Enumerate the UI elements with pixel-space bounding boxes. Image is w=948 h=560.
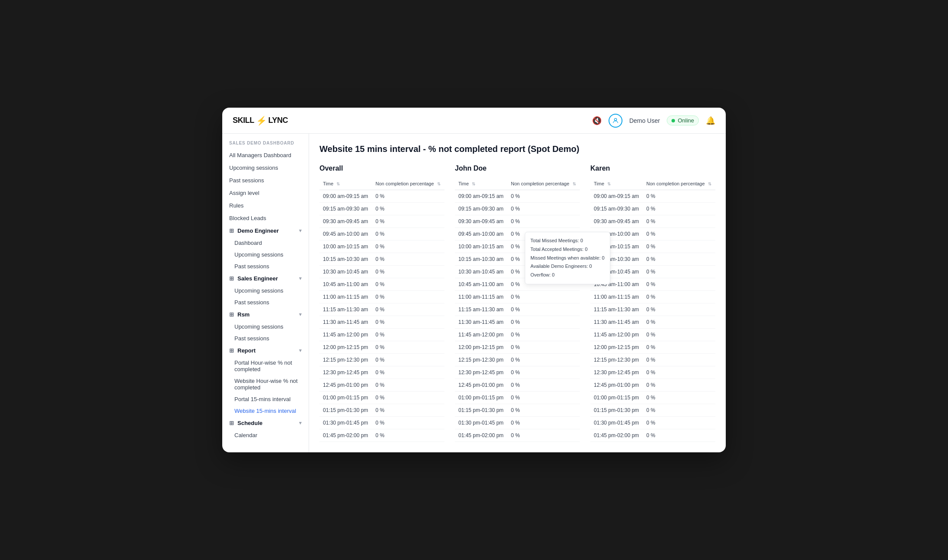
time-cell: 12:30 pm-12:45 pm: [455, 366, 507, 379]
sidebar-item-label: Sales Engineer: [237, 275, 278, 282]
table-row: 09:15 am-09:30 am0 %: [455, 203, 580, 215]
time-cell: 11:00 am-11:15 am: [590, 291, 643, 303]
time-cell: 01:30 pm-01:45 pm: [455, 417, 507, 429]
sidebar-item-rsm-past[interactable]: Past sessions: [222, 333, 309, 344]
overall-time-header[interactable]: Time ⇅: [319, 178, 372, 190]
sidebar-item-de-past[interactable]: Past sessions: [222, 260, 309, 272]
karen-time-header[interactable]: Time ⇅: [590, 178, 643, 190]
pct-cell: 0 %: [372, 417, 444, 429]
sidebar-item-se-upcoming[interactable]: Upcoming sessions: [222, 285, 309, 296]
time-cell: 12:30 pm-12:45 pm: [319, 366, 372, 379]
sidebar-item-report[interactable]: ⊞ Report ▾: [222, 344, 309, 357]
user-avatar[interactable]: [609, 114, 622, 128]
table-row: 12:45 pm-01:00 pm0 %: [455, 379, 580, 392]
layers-icon: ⊞: [229, 420, 234, 426]
table-row: 11:15 am-11:30 am0 %: [455, 303, 580, 316]
time-cell: 12:15 pm-12:30 pm: [319, 354, 372, 366]
pct-cell: 0 %: [372, 404, 444, 417]
logo-icon: ⚡: [256, 115, 267, 126]
sidebar-item-past-sessions[interactable]: Past sessions: [222, 174, 309, 187]
pct-cell: 0 %: [507, 392, 580, 404]
table-row: 12:00 pm-12:15 pm0 %: [319, 341, 444, 354]
layers-icon: ⊞: [229, 227, 234, 234]
time-cell: 12:00 pm-12:15 pm: [319, 341, 372, 354]
jd-time-header[interactable]: Time ⇅: [455, 178, 507, 190]
pct-cell: 0 %: [372, 329, 444, 341]
karen-section: Karen Time ⇅ Non completion percentage: [590, 165, 715, 442]
sidebar-item-calendar[interactable]: Calendar: [222, 429, 309, 441]
pct-cell: 0 %: [643, 429, 715, 442]
sidebar-item-label: Report: [237, 347, 256, 354]
karen-title: Karen: [590, 165, 715, 172]
pct-cell: 0 %: [507, 366, 580, 379]
sidebar-item-blocked-leads[interactable]: Blocked Leads: [222, 212, 309, 224]
table-row: 09:45 am-10:00 am0 %: [319, 228, 444, 240]
online-dot: [672, 119, 675, 122]
time-cell: 09:30 am-09:45 am: [590, 215, 643, 228]
pct-cell: 0 %: [507, 303, 580, 316]
speaker-icon[interactable]: 🔇: [592, 116, 602, 125]
time-cell: 11:30 am-11:45 am: [455, 316, 507, 329]
pct-cell: 0 %: [372, 303, 444, 316]
pct-cell: 0 %: [372, 366, 444, 379]
table-row: 11:00 am-11:15 am0 %: [455, 291, 580, 303]
pct-cell: 0 %: [643, 253, 715, 266]
time-cell: 10:30 am-10:45 am: [455, 266, 507, 278]
sidebar-item-label: Rsm: [237, 311, 250, 318]
time-cell: 10:15 am-10:30 am: [319, 253, 372, 266]
pct-cell: 0 %: [372, 341, 444, 354]
table-row: 10:00 am-10:15 am 0 % Total Missed Meeti…: [455, 240, 580, 253]
time-cell: 11:30 am-11:45 am: [319, 316, 372, 329]
pct-cell: 0 %: [643, 303, 715, 316]
sidebar-item-label: Past sessions: [229, 177, 264, 184]
sidebar-item-all-managers[interactable]: All Managers Dashboard: [222, 149, 309, 161]
overall-noncompletion-header[interactable]: Non completion percentage ⇅: [372, 178, 444, 190]
bell-icon[interactable]: 🔔: [706, 116, 715, 125]
sidebar-item-assign-level[interactable]: Assign level: [222, 187, 309, 199]
pct-cell: 0 %: [507, 429, 580, 442]
pct-cell: 0 %: [643, 266, 715, 278]
table-row: 01:15 pm-01:30 pm0 %: [455, 404, 580, 417]
time-cell: 12:45 pm-01:00 pm: [455, 379, 507, 392]
time-cell: 11:45 am-12:00 pm: [590, 329, 643, 341]
sidebar-item-upcoming-sessions[interactable]: Upcoming sessions: [222, 161, 309, 174]
table-row: 11:30 am-11:45 am0 %: [590, 316, 715, 329]
sidebar-item-portal-hourwise[interactable]: Portal Hour-wise % not completed: [222, 357, 309, 375]
chevron-down-icon: ▾: [299, 276, 302, 281]
jd-noncompletion-header[interactable]: Non completion percentage ⇅: [507, 178, 580, 190]
sidebar-item-demo-engineer[interactable]: ⊞ Demo Engineer ▾: [222, 224, 309, 237]
pct-cell: 0 %: [372, 228, 444, 240]
sidebar-item-website-hourwise[interactable]: Website Hour-wise % not completed: [222, 375, 309, 393]
john-doe-table: Time ⇅ Non completion percentage ⇅ 09:00…: [455, 178, 580, 442]
sidebar-item-se-past[interactable]: Past sessions: [222, 296, 309, 308]
table-row: 01:00 pm-01:15 pm0 %: [455, 392, 580, 404]
sidebar-item-rsm[interactable]: ⊞ Rsm ▾: [222, 308, 309, 321]
sidebar-item-de-upcoming[interactable]: Upcoming sessions: [222, 249, 309, 260]
table-row: 09:30 am-09:45 am0 %: [319, 215, 444, 228]
time-cell: 09:45 am-10:00 am: [319, 228, 372, 240]
table-row: 12:30 pm-12:45 pm0 %: [455, 366, 580, 379]
sidebar-item-portal-15min[interactable]: Portal 15-mins interval: [222, 393, 309, 405]
tooltip-line: Missed Meetings when available: 0: [530, 254, 605, 263]
pct-cell: 0 %: [643, 240, 715, 253]
sidebar-item-de-dashboard[interactable]: Dashboard: [222, 237, 309, 249]
sidebar-item-rsm-upcoming[interactable]: Upcoming sessions: [222, 321, 309, 333]
time-cell: 10:15 am-10:30 am: [455, 253, 507, 266]
table-row: 11:00 am-11:15 am0 %: [319, 291, 444, 303]
pct-cell: 0 %: [372, 215, 444, 228]
time-cell: 12:00 pm-12:15 pm: [455, 341, 507, 354]
time-cell: 10:30 am-10:45 am: [319, 266, 372, 278]
app-container: SKILL ⚡ LYNC 🔇 Demo User Online 🔔 SALES …: [222, 108, 726, 452]
time-cell: 09:15 am-09:30 am: [455, 203, 507, 215]
sidebar-item-schedule[interactable]: ⊞ Schedule ▾: [222, 417, 309, 429]
online-badge: Online: [667, 115, 699, 125]
karen-noncompletion-header[interactable]: Non completion percentage ⇅: [643, 178, 715, 190]
sidebar-item-rules[interactable]: Rules: [222, 199, 309, 212]
table-row: 09:30 am-09:45 am0 %: [590, 215, 715, 228]
sidebar-item-website-15min[interactable]: Website 15-mins interval: [222, 405, 309, 417]
time-cell: 11:30 am-11:45 am: [590, 316, 643, 329]
sidebar-item-sales-engineer[interactable]: ⊞ Sales Engineer ▾: [222, 272, 309, 285]
table-row: 01:30 pm-01:45 pm0 %: [455, 417, 580, 429]
time-cell: 01:30 pm-01:45 pm: [590, 417, 643, 429]
table-row: 09:00 am-09:15 am0 %: [590, 190, 715, 203]
